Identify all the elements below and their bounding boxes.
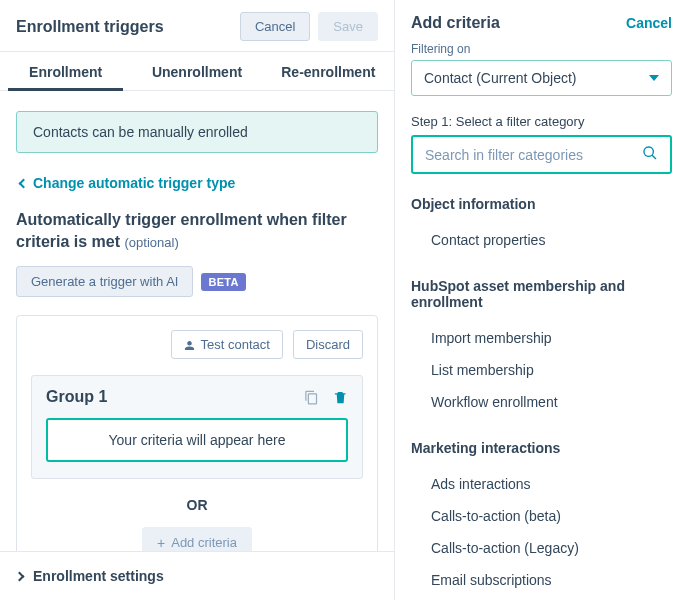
filter-category-item[interactable]: List membership <box>411 354 672 386</box>
discard-button[interactable]: Discard <box>293 330 363 359</box>
select-value: Contact (Current Object) <box>424 70 577 86</box>
optional-label: (optional) <box>125 235 179 250</box>
filter-category-heading: HubSpot asset membership and enrollment <box>411 278 672 310</box>
step-label: Step 1: Select a filter category <box>411 114 672 129</box>
section-title: Automatically trigger enrollment when fi… <box>16 209 378 252</box>
criteria-card: Test contact Discard Group 1 <box>16 315 378 551</box>
plus-icon: + <box>157 536 165 550</box>
filter-category-group: HubSpot asset membership and enrollmentI… <box>411 278 672 418</box>
page-title: Enrollment triggers <box>16 18 164 36</box>
enrollment-settings-label: Enrollment settings <box>33 568 164 584</box>
tab-enrollment[interactable]: Enrollment <box>0 52 131 90</box>
left-panel: Enrollment triggers Cancel Save Enrollme… <box>0 0 395 600</box>
filter-category-item[interactable]: Ads interactions <box>411 468 672 500</box>
group-title: Group 1 <box>46 388 107 406</box>
filter-category-item[interactable]: Import membership <box>411 322 672 354</box>
filter-category-item[interactable]: Form submissions <box>411 596 672 600</box>
chevron-left-icon <box>19 178 29 188</box>
beta-badge: BETA <box>201 273 245 291</box>
test-contact-button[interactable]: Test contact <box>171 330 283 359</box>
left-header: Enrollment triggers Cancel Save <box>0 0 394 52</box>
change-trigger-type-label: Change automatic trigger type <box>33 175 235 191</box>
filter-category-group: Marketing interactionsAds interactionsCa… <box>411 440 672 600</box>
search-input[interactable] <box>425 147 642 163</box>
filter-category-item[interactable]: Workflow enrollment <box>411 386 672 418</box>
enrollment-settings-row[interactable]: Enrollment settings <box>0 551 394 600</box>
change-trigger-type-link[interactable]: Change automatic trigger type <box>20 175 378 191</box>
tabs: Enrollment Unenrollment Re-enrollment <box>0 52 394 91</box>
chevron-down-icon <box>649 75 659 81</box>
search-icon <box>642 145 658 164</box>
chevron-right-icon <box>15 571 25 581</box>
cancel-button[interactable]: Cancel <box>240 12 310 41</box>
generate-ai-button[interactable]: Generate a trigger with AI <box>16 266 193 297</box>
criteria-placeholder[interactable]: Your criteria will appear here <box>46 418 348 462</box>
filter-category-group: Object informationContact properties <box>411 196 672 256</box>
user-icon <box>184 339 195 350</box>
filter-category-list: Object informationContact propertiesHubS… <box>411 196 672 600</box>
add-criteria-button[interactable]: + Add criteria <box>142 527 252 551</box>
tab-reenrollment[interactable]: Re-enrollment <box>263 52 394 90</box>
search-wrapper[interactable] <box>411 135 672 174</box>
filter-category-item[interactable]: Calls-to-action (beta) <box>411 500 672 532</box>
test-contact-label: Test contact <box>201 337 270 352</box>
add-criteria-label: Add criteria <box>171 535 237 550</box>
right-cancel-link[interactable]: Cancel <box>626 15 672 31</box>
right-title: Add criteria <box>411 14 500 32</box>
tab-unenrollment[interactable]: Unenrollment <box>131 52 262 90</box>
clone-icon[interactable] <box>304 390 319 405</box>
right-header: Add criteria Cancel <box>411 14 672 32</box>
delete-icon[interactable] <box>333 390 348 405</box>
filter-category-item[interactable]: Email subscriptions <box>411 564 672 596</box>
info-banner: Contacts can be manually enrolled <box>16 111 378 153</box>
filter-category-heading: Marketing interactions <box>411 440 672 456</box>
filtering-on-label: Filtering on <box>411 42 672 56</box>
filter-category-item[interactable]: Calls-to-action (Legacy) <box>411 532 672 564</box>
right-panel: Add criteria Cancel Filtering on Contact… <box>395 0 688 600</box>
filter-category-heading: Object information <box>411 196 672 212</box>
group-box: Group 1 Your criteria will appear here <box>31 375 363 479</box>
filtering-on-select[interactable]: Contact (Current Object) <box>411 60 672 96</box>
or-separator: OR <box>31 497 363 513</box>
save-button: Save <box>318 12 378 41</box>
filter-category-item[interactable]: Contact properties <box>411 224 672 256</box>
